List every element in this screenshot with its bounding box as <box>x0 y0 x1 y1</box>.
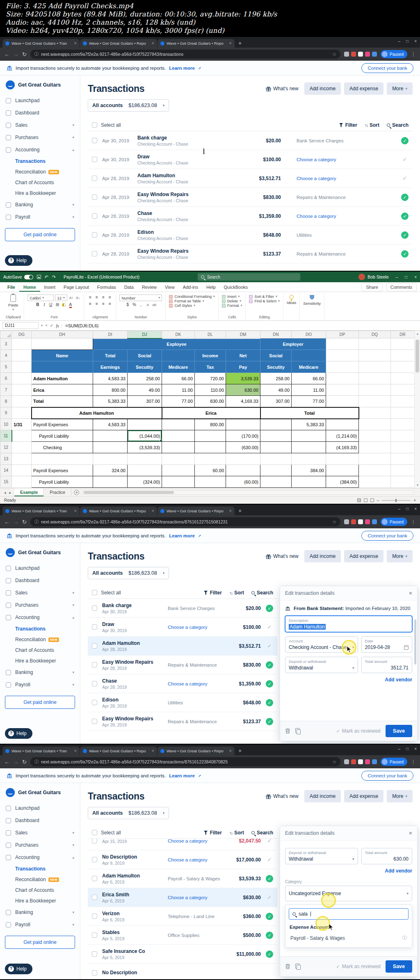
sheet-cell[interactable]: Checking <box>32 442 93 453</box>
mark-as-reviewed[interactable]: Mark as reviewed <box>336 728 381 734</box>
scroll-down-icon[interactable] <box>415 483 420 487</box>
browser-menu-icon[interactable] <box>411 51 416 57</box>
duplicate-icon[interactable] <box>295 964 300 969</box>
sheet-cell[interactable] <box>391 419 415 430</box>
sheet-cell[interactable] <box>128 453 162 465</box>
sheet-cell[interactable] <box>359 476 391 488</box>
column-header[interactable]: DL <box>195 331 226 338</box>
duplicate-icon[interactable] <box>295 728 300 734</box>
reload-icon[interactable] <box>22 519 27 525</box>
extension-icon[interactable] <box>372 759 377 764</box>
sheet-cell[interactable] <box>195 453 226 465</box>
transaction-category[interactable]: Utilities <box>281 233 396 238</box>
transaction-row[interactable]: Apr 28, 2019 Chase Checking Account - Ch… <box>88 207 413 226</box>
panel-scrollbar[interactable] <box>414 619 416 665</box>
user-account[interactable]: Bob Steele <box>358 274 388 280</box>
sheet-cell[interactable] <box>391 453 415 465</box>
column-header[interactable]: DO <box>292 331 326 338</box>
whats-new-link[interactable]: What's new <box>266 86 299 91</box>
percent-format-icon[interactable] <box>132 302 137 308</box>
sheet-cell[interactable] <box>93 430 128 442</box>
sidebar-item[interactable]: Launchpad <box>0 562 80 574</box>
transaction-category[interactable]: Repairs & Maintenance <box>281 251 396 256</box>
sidebar-subitem[interactable]: Hire a Bookkeeper <box>0 895 80 906</box>
sheet-cell[interactable] <box>391 442 415 453</box>
extension-icon[interactable] <box>344 519 349 524</box>
sidebar-subitem[interactable]: Chart of Accounts <box>0 645 80 656</box>
sheet-cell[interactable]: Secutity <box>128 361 162 373</box>
row-checkbox[interactable] <box>92 839 97 843</box>
tab-close-icon[interactable] <box>152 509 154 513</box>
sheet-cell[interactable] <box>326 373 359 384</box>
category-option[interactable]: Payroll - Salary & Wages <box>289 932 409 944</box>
sheet-cell[interactable]: (384.00) <box>326 476 359 488</box>
row-checkbox[interactable] <box>92 157 97 162</box>
transaction-row[interactable]: No Description Apr 9, 2019 Choose a cate… <box>88 850 277 869</box>
reviewed-status-icon[interactable] <box>266 642 273 650</box>
site-info-icon[interactable] <box>34 51 39 57</box>
transaction-row[interactable]: No Description <box>88 964 277 980</box>
redo-icon[interactable] <box>52 275 56 279</box>
sheet-cell[interactable]: Secutity <box>260 361 292 373</box>
sidebar-item[interactable]: Purchases <box>0 839 80 851</box>
sheet-cell[interactable] <box>292 476 326 488</box>
sheet-cell[interactable]: (1,044.00) <box>128 430 162 442</box>
sheet-cell[interactable] <box>12 442 32 453</box>
sheet-cell[interactable]: Social <box>260 350 292 361</box>
sync-paused-badge[interactable]: Paused <box>381 518 407 526</box>
bookmark-star-icon[interactable] <box>332 52 336 57</box>
sheet-cell[interactable]: (324.00) <box>128 476 162 488</box>
date-field[interactable]: Date 2019-04-28 <box>361 636 412 653</box>
browser-tab[interactable]: Wave • Get Great Guitars • Repo <box>80 507 157 515</box>
sheet-cell[interactable] <box>12 361 32 373</box>
transaction-category[interactable]: Choose a category <box>164 839 223 843</box>
zoom-out-icon[interactable] <box>377 498 379 503</box>
transaction-row[interactable]: Apr 30, 2019 Bank charge Checking Accoun… <box>88 131 413 150</box>
undo-icon[interactable] <box>45 275 48 279</box>
extension-icon[interactable] <box>372 519 377 524</box>
formula-text[interactable]: =SUM(DJ6:DL6) <box>62 323 418 328</box>
column-header[interactable]: DQ <box>359 331 391 338</box>
column-header[interactable]: DK <box>162 331 195 338</box>
sheet-cell[interactable] <box>128 465 162 476</box>
row-header[interactable]: 5 <box>0 361 12 373</box>
sheet-cell[interactable]: Erica <box>32 384 93 396</box>
business-selector[interactable]: Get Great Guitars <box>0 80 80 94</box>
browser-tab[interactable]: Wave • Get Great Guitars • Repo <box>80 747 157 755</box>
sheet-cell[interactable]: 830.00 <box>195 396 226 407</box>
accounting-format-icon[interactable] <box>125 302 130 308</box>
select-all-checkbox[interactable] <box>92 590 97 595</box>
column-header[interactable]: DG <box>12 331 32 338</box>
extension-icon[interactable] <box>351 519 356 524</box>
back-icon[interactable] <box>4 759 9 765</box>
transaction-row[interactable]: Apr 30, 2019 Draw Checking Account - Cha… <box>88 150 413 169</box>
excel-search-box[interactable]: Search <box>198 273 300 281</box>
sheet-cell[interactable]: 307.00 <box>260 396 292 407</box>
sidebar-item[interactable]: Accounting <box>0 611 80 624</box>
zoom-in-icon[interactable] <box>413 498 416 503</box>
sidebar-item[interactable]: Launchpad <box>0 802 80 814</box>
sidebar-subitem[interactable]: Hire a Bookkeeper <box>0 656 80 666</box>
sheet-cell[interactable] <box>359 453 391 465</box>
sheet-cell[interactable] <box>93 442 128 453</box>
sheet-cell[interactable] <box>326 396 359 407</box>
sheet-cell[interactable] <box>391 396 415 407</box>
sheet-cell[interactable] <box>12 407 32 419</box>
add-expense-button[interactable]: Add expense <box>344 550 383 562</box>
vertical-scrollbar[interactable] <box>414 331 420 488</box>
search-button[interactable]: Search <box>387 122 409 128</box>
reviewed-status-icon[interactable] <box>401 175 409 182</box>
sheet-cell[interactable]: Payroll Expenses <box>32 465 93 476</box>
row-checkbox[interactable] <box>92 857 97 862</box>
sheet-cell[interactable] <box>226 465 260 476</box>
align-left-icon[interactable] <box>87 301 93 307</box>
delete-icon[interactable] <box>285 964 290 969</box>
transaction-category[interactable]: Repairs & Maintenance <box>281 195 396 200</box>
underline-icon[interactable] <box>48 302 53 308</box>
row-checkbox[interactable] <box>92 643 97 649</box>
ribbon-editing-button[interactable]: Sort & Filter <box>249 295 280 299</box>
sidebar-item[interactable]: Banking <box>0 906 80 918</box>
bold-icon[interactable] <box>35 302 40 308</box>
sheet-cell[interactable] <box>93 453 128 465</box>
learn-more-link[interactable]: Learn more <box>169 533 195 538</box>
